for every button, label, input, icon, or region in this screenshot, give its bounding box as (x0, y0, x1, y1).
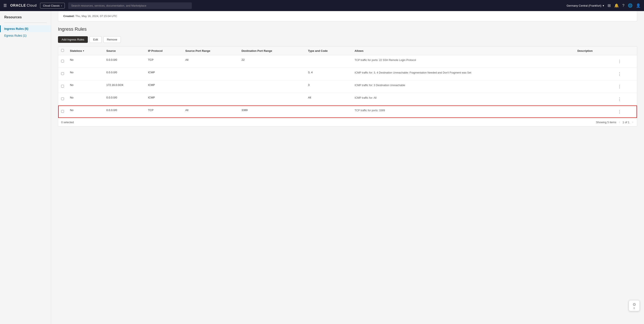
row-checkbox[interactable] (61, 110, 64, 113)
logo-cloud: Cloud (27, 4, 37, 8)
globe-icon[interactable]: 🌐 (628, 3, 632, 8)
row-actions-button[interactable]: ⋮ (616, 96, 623, 102)
created-bar: Created: Thu, May 16, 2024, 07:15:04 UTC (58, 11, 637, 21)
row-destination-port-range: 22 (238, 55, 305, 68)
row-actions-button[interactable]: ⋮ (616, 71, 623, 77)
row-actions-cell[interactable]: ⋮ (613, 106, 637, 118)
header-stateless[interactable]: Stateless ▾ (67, 46, 103, 55)
row-stateless: No (67, 106, 103, 118)
row-stateless: No (67, 80, 103, 93)
row-checkbox-cell[interactable] (58, 55, 67, 68)
row-checkbox-cell[interactable] (58, 106, 67, 118)
showing-label: Showing 5 items (596, 121, 616, 124)
row-checkbox-cell[interactable] (58, 68, 67, 80)
header-source: Source (103, 46, 145, 55)
toolbar: Add Ingress Rules Edit Remove (58, 36, 637, 43)
row-destination-port-range: 3389 (238, 106, 305, 118)
region-selector[interactable]: Germany Central (Frankfurt) ▾ (567, 4, 604, 7)
table-footer: 0 selected Showing 5 items ‹ 1 of 1 › (58, 118, 637, 126)
row-checkbox[interactable] (61, 72, 64, 75)
header-actions (613, 46, 637, 55)
row-actions-button[interactable]: ⋮ (616, 83, 623, 90)
row-ip-protocol: ICMP (145, 80, 182, 93)
row-source: 0.0.0.0/0 (103, 106, 145, 118)
row-actions-cell[interactable]: ⋮ (613, 68, 637, 80)
row-source: 0.0.0.0/0 (103, 93, 145, 106)
row-actions-cell[interactable]: ⋮ (613, 93, 637, 106)
help-icon[interactable]: ? (622, 4, 624, 8)
row-destination-port-range (238, 80, 305, 93)
main-content: Created: Thu, May 16, 2024, 07:15:04 UTC… (51, 11, 644, 324)
table-row: No 0.0.0.0/0 TCP All 22 TCP traffic for … (58, 55, 637, 68)
user-avatar-icon[interactable]: 👤 (636, 3, 640, 8)
cloud-classic-button[interactable]: Cloud Classic › (40, 3, 65, 8)
row-checkbox-cell[interactable] (58, 80, 67, 93)
row-allows: ICMP traffic for: All (352, 93, 574, 106)
header-select-all[interactable] (58, 46, 67, 55)
row-source: 0.0.0.0/0 (103, 55, 145, 68)
edit-button[interactable]: Edit (90, 36, 102, 43)
bell-icon[interactable]: 🔔 (614, 3, 619, 8)
row-actions-button[interactable]: ⋮ (616, 108, 623, 115)
sidebar-divider (4, 22, 47, 23)
row-source: 0.0.0.0/0 (103, 68, 145, 80)
row-checkbox[interactable] (61, 60, 64, 62)
remove-button[interactable]: Remove (103, 36, 121, 43)
cloud-classic-arrow: › (61, 4, 62, 7)
pagination-prev-button[interactable]: ‹ (618, 120, 621, 124)
cloud-classic-label: Cloud Classic (43, 4, 60, 7)
header-allows: Allows (352, 46, 574, 55)
topnav-right: Germany Central (Frankfurt) ▾ ⊞ 🔔 ? 🌐 👤 (567, 3, 640, 8)
row-type-and-code: 3 (305, 80, 352, 93)
row-actions-button[interactable]: ⋮ (616, 58, 623, 64)
pagination: Showing 5 items ‹ 1 of 1 › (596, 120, 634, 124)
row-actions-cell[interactable]: ⋮ (613, 80, 637, 93)
sidebar-item-egress-rules[interactable]: Egress Rules (1) (0, 32, 51, 39)
row-description (574, 93, 613, 106)
rules-table: Stateless ▾ Source IP Protocol Source Po… (58, 46, 637, 118)
sidebar: Resources Ingress Rules (5) Egress Rules… (0, 11, 51, 324)
help-panel-button[interactable]: ⊙ ⠿ (629, 300, 640, 311)
table-row: No 0.0.0.0/0 TCP All 3389 TCP traffic fo… (58, 106, 637, 118)
add-ingress-rules-button[interactable]: Add Ingress Rules (58, 36, 88, 43)
row-ip-protocol: TCP (145, 55, 182, 68)
menu-icon[interactable]: ☰ (4, 3, 7, 8)
created-label: Created: (63, 14, 74, 18)
row-type-and-code: All (305, 93, 352, 106)
row-checkbox-cell[interactable] (58, 93, 67, 106)
row-allows: TCP traffic for ports: 3389 (352, 106, 574, 118)
header-description: Description (574, 46, 613, 55)
region-chevron-icon: ▾ (603, 4, 604, 7)
row-type-and-code (305, 55, 352, 68)
row-actions-cell[interactable]: ⋮ (613, 55, 637, 68)
row-source-port-range: All (182, 106, 239, 118)
row-checkbox[interactable] (61, 85, 64, 88)
select-all-checkbox[interactable] (61, 49, 64, 52)
created-value: Thu, May 16, 2024, 07:15:04 UTC (75, 14, 117, 18)
global-search-input[interactable] (68, 2, 192, 9)
row-type-and-code (305, 106, 352, 118)
row-checkbox[interactable] (61, 98, 64, 100)
page-container: Resources Ingress Rules (5) Egress Rules… (0, 11, 644, 324)
row-allows: ICMP traffic for: 3 Destination Unreacha… (352, 80, 574, 93)
header-type-and-code: Type and Code (305, 46, 352, 55)
table-row: No 0.0.0.0/0 ICMP All ICMP traffic for: … (58, 93, 637, 106)
help-circle-icon: ⊙ (633, 302, 636, 307)
row-destination-port-range (238, 93, 305, 106)
table-row: No 172.16.0.0/24 ICMP 3 ICMP traffic for… (58, 80, 637, 93)
logo-oracle: ORACLE (10, 4, 26, 8)
row-source-port-range (182, 93, 239, 106)
header-destination-port-range: Destination Port Range (238, 46, 305, 55)
row-description (574, 106, 613, 118)
pagination-next-button[interactable]: › (631, 120, 634, 124)
ingress-rules-table: Stateless ▾ Source IP Protocol Source Po… (58, 46, 637, 126)
table-row: No 0.0.0.0/0 ICMP 3, 4 ICMP traffic for:… (58, 68, 637, 80)
row-allows: ICMP traffic for: 3, 4 Destination Unrea… (352, 68, 574, 80)
sidebar-item-ingress-rules[interactable]: Ingress Rules (5) (0, 25, 51, 32)
row-allows: TCP traffic for ports: 22 SSH Remote Log… (352, 55, 574, 68)
row-ip-protocol: TCP (145, 106, 182, 118)
page-info: 1 of 1 (622, 121, 630, 124)
region-label: Germany Central (Frankfurt) (567, 4, 602, 7)
console-icon[interactable]: ⊞ (608, 3, 611, 8)
row-ip-protocol: ICMP (145, 93, 182, 106)
